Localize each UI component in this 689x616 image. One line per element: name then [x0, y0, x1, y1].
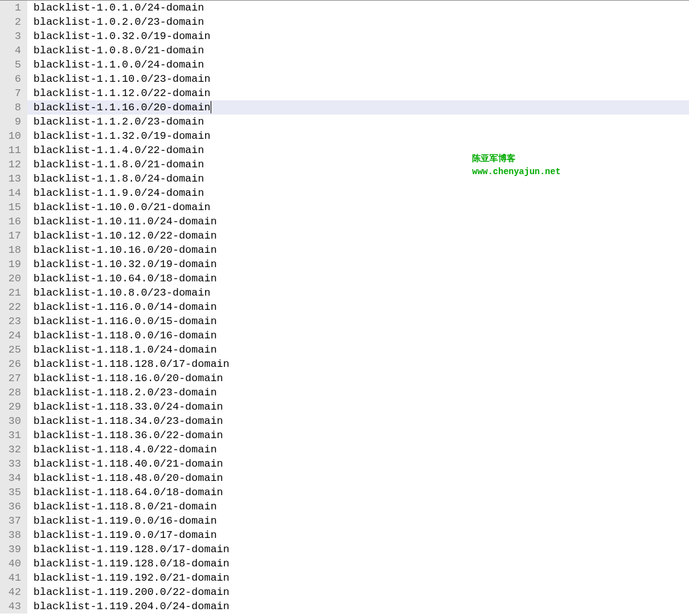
code-line[interactable]: blacklist-1.0.8.0/21-domain: [27, 43, 689, 58]
code-line[interactable]: blacklist-1.119.192.0/21-domain: [27, 571, 689, 585]
line-number-gutter: 1234567891011121314151617181920212223242…: [0, 1, 27, 614]
code-line[interactable]: blacklist-1.10.11.0/24-domain: [27, 214, 689, 229]
code-line[interactable]: blacklist-1.118.48.0/20-domain: [27, 471, 689, 485]
editor-content-area[interactable]: blacklist-1.0.1.0/24-domainblacklist-1.0…: [27, 1, 689, 614]
line-number: 7: [5, 86, 21, 100]
code-line[interactable]: blacklist-1.119.128.0/17-domain: [27, 542, 689, 557]
line-number: 9: [5, 115, 21, 129]
code-line[interactable]: blacklist-1.0.1.0/24-domain: [27, 1, 689, 15]
line-number: 10: [5, 129, 21, 143]
line-number: 6: [5, 72, 21, 86]
code-line[interactable]: blacklist-1.119.0.0/16-domain: [27, 514, 689, 528]
line-number: 40: [5, 557, 21, 571]
text-cursor: [211, 101, 211, 113]
line-number: 37: [5, 514, 21, 528]
code-line[interactable]: blacklist-1.10.16.0/20-domain: [27, 243, 689, 257]
code-line[interactable]: blacklist-1.119.128.0/18-domain: [27, 557, 689, 571]
code-line[interactable]: blacklist-1.118.16.0/20-domain: [27, 371, 689, 385]
code-line[interactable]: blacklist-1.10.12.0/22-domain: [27, 229, 689, 243]
code-line[interactable]: blacklist-1.1.9.0/24-domain: [27, 186, 689, 200]
code-line[interactable]: blacklist-1.118.4.0/22-domain: [27, 442, 689, 457]
line-number: 33: [5, 457, 21, 471]
line-number: 32: [5, 442, 21, 457]
line-number: 13: [5, 172, 21, 186]
line-number: 29: [5, 400, 21, 414]
code-line[interactable]: blacklist-1.118.128.0/17-domain: [27, 357, 689, 371]
line-number: 23: [5, 314, 21, 328]
code-line[interactable]: blacklist-1.0.2.0/23-domain: [27, 15, 689, 29]
line-number: 28: [5, 385, 21, 400]
line-number: 12: [5, 157, 21, 172]
line-number: 4: [5, 43, 21, 58]
line-number: 21: [5, 286, 21, 300]
code-line[interactable]: blacklist-1.1.4.0/22-domain: [27, 143, 689, 157]
line-number: 14: [5, 186, 21, 200]
line-number: 5: [5, 58, 21, 72]
line-number: 41: [5, 571, 21, 585]
code-line[interactable]: blacklist-1.118.33.0/24-domain: [27, 400, 689, 414]
code-line[interactable]: blacklist-1.1.32.0/19-domain: [27, 129, 689, 143]
code-line[interactable]: blacklist-1.118.64.0/18-domain: [27, 485, 689, 499]
code-line[interactable]: blacklist-1.0.32.0/19-domain: [27, 29, 689, 43]
line-number: 30: [5, 414, 21, 428]
code-line[interactable]: blacklist-1.1.2.0/23-domain: [27, 115, 689, 129]
line-number: 17: [5, 229, 21, 243]
code-line[interactable]: blacklist-1.1.0.0/24-domain: [27, 58, 689, 72]
line-number: 38: [5, 528, 21, 542]
line-number: 18: [5, 243, 21, 257]
code-line[interactable]: blacklist-1.118.34.0/23-domain: [27, 414, 689, 428]
line-number: 35: [5, 485, 21, 499]
line-number: 25: [5, 343, 21, 357]
line-number: 1: [5, 1, 21, 15]
code-line[interactable]: blacklist-1.118.0.0/16-domain: [27, 328, 689, 343]
code-line[interactable]: blacklist-1.119.204.0/24-domain: [27, 599, 689, 614]
code-line[interactable]: blacklist-1.10.32.0/19-domain: [27, 257, 689, 271]
line-number: 3: [5, 29, 21, 43]
code-line[interactable]: blacklist-1.10.64.0/18-domain: [27, 271, 689, 286]
code-line[interactable]: blacklist-1.1.12.0/22-domain: [27, 86, 689, 100]
line-number: 16: [5, 214, 21, 229]
code-line[interactable]: blacklist-1.118.2.0/23-domain: [27, 385, 689, 400]
code-line[interactable]: blacklist-1.118.36.0/22-domain: [27, 428, 689, 442]
code-line[interactable]: blacklist-1.118.1.0/24-domain: [27, 343, 689, 357]
code-line[interactable]: blacklist-1.10.8.0/23-domain: [27, 286, 689, 300]
line-number: 27: [5, 371, 21, 385]
line-number: 11: [5, 143, 21, 157]
line-number: 24: [5, 328, 21, 343]
line-number: 43: [5, 599, 21, 614]
code-line[interactable]: blacklist-1.119.0.0/17-domain: [27, 528, 689, 542]
line-number: 34: [5, 471, 21, 485]
code-line[interactable]: blacklist-1.116.0.0/14-domain: [27, 300, 689, 314]
code-line[interactable]: blacklist-1.10.0.0/21-domain: [27, 200, 689, 214]
line-number: 26: [5, 357, 21, 371]
line-number: 19: [5, 257, 21, 271]
line-number: 36: [5, 499, 21, 514]
text-editor[interactable]: 1234567891011121314151617181920212223242…: [0, 0, 689, 614]
line-number: 39: [5, 542, 21, 557]
code-line[interactable]: blacklist-1.1.10.0/23-domain: [27, 72, 689, 86]
line-number: 42: [5, 585, 21, 599]
code-line[interactable]: blacklist-1.116.0.0/15-domain: [27, 314, 689, 328]
code-line[interactable]: blacklist-1.118.40.0/21-domain: [27, 457, 689, 471]
line-number: 31: [5, 428, 21, 442]
line-number: 15: [5, 200, 21, 214]
code-line[interactable]: blacklist-1.119.200.0/22-domain: [27, 585, 689, 599]
code-line[interactable]: blacklist-1.118.8.0/21-domain: [27, 499, 689, 514]
code-line[interactable]: blacklist-1.1.8.0/24-domain: [27, 172, 689, 186]
code-line[interactable]: blacklist-1.1.16.0/20-domain: [27, 100, 689, 115]
line-number: 8: [5, 100, 21, 115]
line-number: 2: [5, 15, 21, 29]
line-number: 22: [5, 300, 21, 314]
code-line[interactable]: blacklist-1.1.8.0/21-domain: [27, 157, 689, 172]
line-number: 20: [5, 271, 21, 286]
